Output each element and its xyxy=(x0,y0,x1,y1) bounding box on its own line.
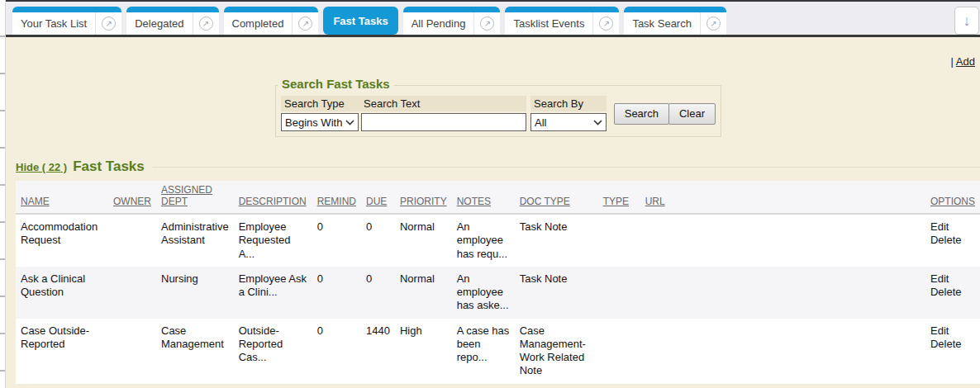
cell-doc-type: Task Note xyxy=(515,214,598,267)
col-header-type[interactable]: TYPE xyxy=(598,181,640,214)
hide-count-link[interactable]: Hide ( 22 ) xyxy=(16,161,67,173)
fast-tasks-title: Fast Tasks xyxy=(73,159,145,175)
tab-completed[interactable]: Completed ↗ xyxy=(224,7,319,35)
col-header-notes[interactable]: NOTES xyxy=(452,181,515,214)
popout-icon[interactable]: ↗ xyxy=(298,17,312,31)
table-row: Accommodation Request Administrative Ass… xyxy=(16,214,980,267)
table-body: Accommodation Request Administrative Ass… xyxy=(16,214,980,384)
search-button[interactable]: Search xyxy=(614,103,669,125)
collapsed-panel-splitter[interactable] xyxy=(0,0,6,388)
popout-icon[interactable]: ↗ xyxy=(199,17,213,31)
clear-button[interactable]: Clear xyxy=(668,103,716,125)
cell-name: Case Outside-Reported xyxy=(16,319,108,384)
tab-label: Completed xyxy=(224,17,293,30)
cell-priority: Normal xyxy=(395,267,452,319)
col-header-priority[interactable]: PRIORITY xyxy=(395,181,452,214)
cell-type xyxy=(598,319,640,384)
tab-divider xyxy=(473,12,474,35)
cell-due: 0 xyxy=(361,267,395,319)
col-header-owner[interactable]: OWNER xyxy=(108,181,156,214)
cell-notes: An employee has aske... xyxy=(452,267,515,319)
cell-notes: An employee has requ... xyxy=(452,214,515,267)
popout-icon[interactable]: ↗ xyxy=(480,17,494,31)
tab-accent-cap xyxy=(126,7,218,12)
cell-priority: Normal xyxy=(395,214,452,267)
search-by-select[interactable]: All xyxy=(530,113,607,131)
search-controls-row: Begins With All xyxy=(281,113,607,131)
tab-label: Delegated xyxy=(126,17,192,30)
cell-remind: 0 xyxy=(312,319,361,384)
tab-accent-cap xyxy=(403,7,501,12)
cell-options: Edit Delete xyxy=(925,214,980,267)
table-row: Case Outside-Reported Case Management Ou… xyxy=(16,319,980,384)
tab-divider xyxy=(292,12,293,35)
cell-description: Employee Requested A... xyxy=(234,214,312,267)
down-arrow-icon: ↓ xyxy=(963,13,971,28)
tab-task-search[interactable]: Task Search ↗ xyxy=(624,7,726,35)
cell-url xyxy=(640,319,925,384)
popout-icon[interactable]: ↗ xyxy=(599,17,613,31)
cell-remind: 0 xyxy=(312,214,361,267)
col-header-due[interactable]: DUE xyxy=(361,181,395,214)
edit-link[interactable]: Edit xyxy=(930,324,975,338)
cell-url xyxy=(640,214,925,267)
cell-due: 0 xyxy=(361,214,395,267)
cell-options: Edit Delete xyxy=(925,319,980,384)
popout-icon[interactable]: ↗ xyxy=(706,17,721,31)
col-header-options[interactable]: OPTIONS xyxy=(925,181,980,214)
cell-doc-type: Task Note xyxy=(515,267,598,319)
cell-options: Edit Delete xyxy=(925,267,980,319)
search-panel-legend: Search Fast Tasks xyxy=(278,77,394,91)
search-text-label: Search Text xyxy=(364,96,420,111)
tab-accent-cap xyxy=(224,7,319,12)
tab-scroll-down-button[interactable]: ↓ xyxy=(954,7,979,35)
tab-delegated[interactable]: Delegated ↗ xyxy=(126,7,218,35)
col-header-assigned-dept[interactable]: ASSIGNED DEPT xyxy=(156,181,234,214)
fast-tasks-legend-row: Hide ( 22 ) Fast Tasks xyxy=(16,159,980,175)
search-labels-band: Search Type Search Text xyxy=(281,96,526,111)
search-by-label: Search By xyxy=(530,96,607,111)
col-header-doc-type[interactable]: DOC TYPE xyxy=(515,181,598,214)
tab-accent-cap xyxy=(624,7,726,12)
tab-divider xyxy=(592,12,593,35)
add-link[interactable]: Add xyxy=(956,55,975,68)
tab-tasklist-events[interactable]: Tasklist Events ↗ xyxy=(505,7,619,35)
col-header-url[interactable]: URL xyxy=(640,181,925,214)
main-area: Your Task List ↗ Delegated ↗ Completed ↗… xyxy=(6,0,980,388)
cell-assigned-dept: Nursing xyxy=(156,267,234,319)
tab-your-task-list[interactable]: Your Task List ↗ xyxy=(12,7,121,35)
search-fast-tasks-panel: Search Fast Tasks Search Type Search Tex… xyxy=(275,85,721,137)
search-labels-row: Search Type Search Text Search By xyxy=(281,96,607,111)
action-row: | Add xyxy=(6,37,980,73)
tab-accent-cap xyxy=(12,7,121,12)
col-header-description[interactable]: DESCRIPTION xyxy=(234,181,312,214)
tab-label: Tasklist Events xyxy=(505,17,592,30)
cell-priority: High xyxy=(395,319,452,384)
cell-owner xyxy=(108,214,156,267)
cell-owner xyxy=(108,267,156,319)
cell-due: 1440 xyxy=(361,319,395,384)
tab-fast-tasks[interactable]: Fast Tasks xyxy=(323,7,397,35)
cell-assigned-dept: Case Management xyxy=(156,319,234,384)
search-text-input[interactable] xyxy=(361,113,526,131)
tab-label: All Pending xyxy=(403,17,474,30)
search-by-value: All xyxy=(535,116,546,129)
edit-link[interactable]: Edit xyxy=(930,272,975,286)
edit-link[interactable]: Edit xyxy=(930,220,975,234)
tab-bar: Your Task List ↗ Delegated ↗ Completed ↗… xyxy=(6,0,980,37)
tab-bar-tabs: Your Task List ↗ Delegated ↗ Completed ↗… xyxy=(12,7,726,35)
popout-icon[interactable]: ↗ xyxy=(102,17,116,31)
delete-link[interactable]: Delete xyxy=(930,338,975,351)
cell-name: Ask a Clinical Question xyxy=(16,267,108,319)
search-type-label: Search Type xyxy=(284,96,345,111)
tab-divider xyxy=(700,12,701,35)
delete-link[interactable]: Delete xyxy=(930,234,975,247)
search-type-select[interactable]: Begins With xyxy=(281,113,359,131)
delete-link[interactable]: Delete xyxy=(930,286,975,299)
col-header-name[interactable]: NAME xyxy=(16,181,108,214)
cell-assigned-dept: Administrative Assistant xyxy=(156,214,234,267)
tab-all-pending[interactable]: All Pending ↗ xyxy=(403,7,501,35)
col-header-remind[interactable]: REMIND xyxy=(312,181,361,214)
tab-label: Task Search xyxy=(624,17,700,30)
table-header-row: NAME OWNER ASSIGNED DEPT DESCRIPTION REM… xyxy=(16,181,980,214)
